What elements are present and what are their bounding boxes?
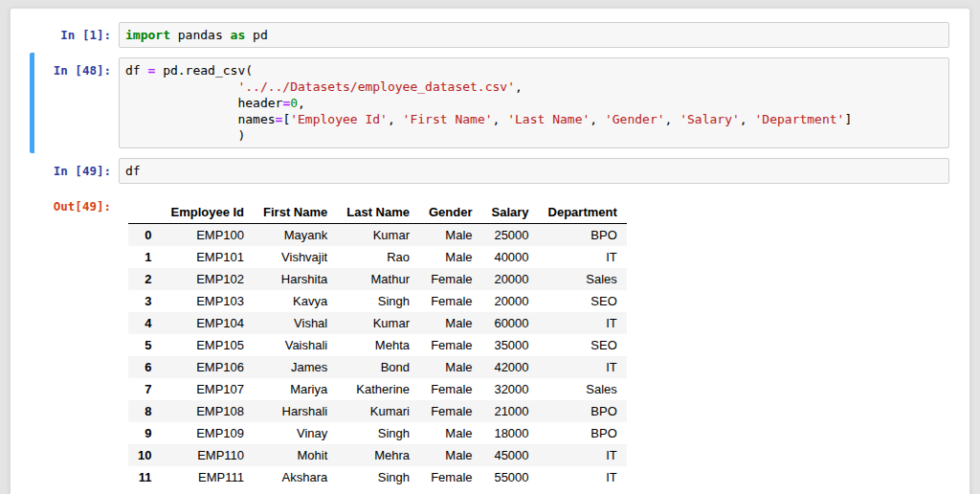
table-cell: Vinay xyxy=(254,422,337,444)
code-cell-1[interactable]: In [1]: import pandas as pd xyxy=(30,17,949,53)
input-prompt-48: In [48]: xyxy=(34,57,119,79)
table-cell: EMP106 xyxy=(161,356,254,378)
table-row: 11EMP111AksharaSinghFemale55000IT xyxy=(128,466,627,488)
code-token: names xyxy=(125,112,276,126)
code-token: 'Gender' xyxy=(605,112,665,126)
code-token: , xyxy=(493,112,508,126)
table-cell: Kumar xyxy=(337,224,419,247)
table-cell: Male xyxy=(419,422,482,444)
code-text-1: import pandas as pd xyxy=(125,27,943,43)
table-cell: Female xyxy=(419,268,482,290)
table-row: 5EMP105VaishaliMehtaFemale35000SEO xyxy=(128,334,627,356)
table-cell: Mathur xyxy=(337,268,419,290)
table-cell: Rao xyxy=(337,246,419,268)
column-header: First Name xyxy=(254,201,337,224)
row-index: 9 xyxy=(128,422,161,444)
table-cell: EMP102 xyxy=(161,268,254,290)
table-cell: EMP108 xyxy=(161,400,254,422)
row-index: 6 xyxy=(128,356,161,378)
code-token: df xyxy=(125,164,141,178)
column-header: Employee Id xyxy=(161,201,254,224)
table-row: 10EMP110MohitMehraMale45000IT xyxy=(128,444,627,466)
prompt-column: In [48]: xyxy=(34,57,119,79)
table-cell: 55000 xyxy=(482,466,539,488)
table-cell: Female xyxy=(419,334,482,356)
code-token: 'Employee Id' xyxy=(290,112,388,126)
table-cell: BPO xyxy=(539,400,627,422)
table-cell: Kumari xyxy=(337,400,419,422)
input-prompt-1: In [1]: xyxy=(34,22,119,43)
code-text-49: df xyxy=(125,163,943,179)
code-token: ) xyxy=(125,128,245,143)
code-token: ] xyxy=(844,112,852,126)
code-token: pd.read_csv( xyxy=(155,63,253,78)
table-cell: 45000 xyxy=(482,444,539,466)
table-cell: Kavya xyxy=(254,290,337,312)
table-cell: Bond xyxy=(337,356,419,378)
table-cell: EMP100 xyxy=(161,224,254,247)
table-cell: Mayank xyxy=(254,224,337,247)
table-cell: Vaishali xyxy=(254,334,337,356)
table-row: 6EMP106JamesBondMale42000IT xyxy=(128,356,627,378)
table-cell: 32000 xyxy=(482,378,539,400)
table-row: 2EMP102HarshitaMathurFemale20000Sales xyxy=(128,268,627,290)
table-cell: EMP110 xyxy=(161,444,254,466)
table-cell: 20000 xyxy=(482,268,539,290)
table-cell: 20000 xyxy=(482,290,539,312)
table-cell: EMP104 xyxy=(161,312,254,334)
code-input-area-48[interactable]: df = pd.read_csv( '../../Datasets/employ… xyxy=(119,57,949,148)
table-cell: EMP101 xyxy=(161,246,254,268)
table-cell: James xyxy=(254,356,337,378)
code-input-area-1[interactable]: import pandas as pd xyxy=(119,22,949,48)
table-cell: Sales xyxy=(539,378,627,400)
code-cell-48[interactable]: In [48]: df = pd.read_csv( '../../Datase… xyxy=(30,53,949,153)
table-row: 4EMP104VishalKumarMale60000IT xyxy=(128,312,627,334)
output-cell-49: Out[49]: Employee IdFirst NameLast NameG… xyxy=(30,189,949,494)
code-token: 'Department' xyxy=(755,112,845,126)
prompt-column: In [1]: xyxy=(34,22,119,43)
table-cell: Mariya xyxy=(254,378,337,400)
code-token: 'First Name' xyxy=(403,112,493,126)
table-row: 1EMP101VishvajitRaoMale40000IT xyxy=(128,246,627,268)
code-token: 'Salary' xyxy=(679,112,740,126)
code-token: , xyxy=(590,112,605,126)
code-input-area-49[interactable]: df xyxy=(119,158,949,184)
column-header xyxy=(128,201,161,224)
row-index: 2 xyxy=(128,268,161,290)
table-cell: Female xyxy=(419,290,482,312)
header-row: Employee IdFirst NameLast NameGenderSala… xyxy=(128,201,627,224)
code-token: pd xyxy=(245,28,267,42)
table-cell: Female xyxy=(419,400,482,422)
table-cell: Female xyxy=(419,466,482,488)
code-text-48: df = pd.read_csv( '../../Datasets/employ… xyxy=(125,62,943,144)
column-header: Salary xyxy=(482,201,539,224)
table-cell: BPO xyxy=(539,224,627,247)
input-prompt-49: In [49]: xyxy=(34,158,119,179)
column-header: Gender xyxy=(419,201,482,224)
row-index: 11 xyxy=(128,466,161,488)
table-cell: 40000 xyxy=(482,246,539,268)
table-cell: 18000 xyxy=(482,422,539,444)
table-cell: IT xyxy=(539,312,627,334)
code-cell-49[interactable]: In [49]: df xyxy=(30,153,949,189)
table-cell: EMP111 xyxy=(161,466,254,488)
dataframe-header: Employee IdFirst NameLast NameGenderSala… xyxy=(128,201,627,224)
table-cell: Akshara xyxy=(254,466,337,488)
table-cell: 21000 xyxy=(482,400,539,422)
code-token: df xyxy=(125,63,147,78)
code-token: , xyxy=(388,112,403,126)
table-cell: Male xyxy=(419,356,482,378)
code-token: , xyxy=(298,96,305,110)
table-row: 8EMP108HarshaliKumariFemale21000BPO xyxy=(128,400,627,422)
row-index: 10 xyxy=(128,444,161,466)
table-cell: 25000 xyxy=(482,224,539,247)
row-index: 0 xyxy=(128,224,161,247)
row-index: 4 xyxy=(128,312,161,334)
table-cell: IT xyxy=(539,356,627,378)
table-cell: Male xyxy=(419,444,482,466)
code-token xyxy=(125,79,237,94)
table-cell: Singh xyxy=(337,466,419,488)
code-token: , xyxy=(665,112,680,126)
table-cell: Kumar xyxy=(337,312,419,334)
table-cell: Mehra xyxy=(337,444,419,466)
